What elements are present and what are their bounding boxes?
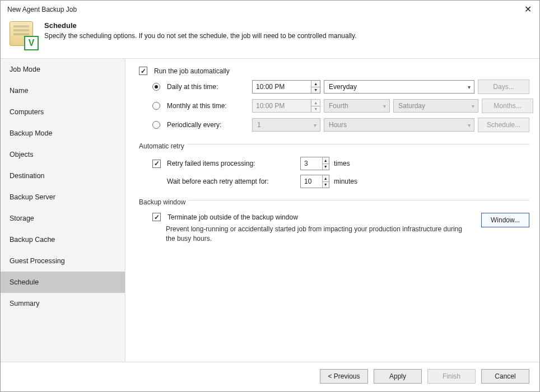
daily-day-select[interactable]: Everyday ▾ <box>324 80 474 94</box>
wait-unit: minutes <box>334 178 529 185</box>
sidebar-item-backup-cache[interactable]: Backup Cache <box>1 229 125 250</box>
spin-up-icon[interactable]: ▲ <box>323 157 329 164</box>
close-icon[interactable]: ✕ <box>522 4 534 15</box>
sidebar-item-destination[interactable]: Destination <box>1 165 125 186</box>
periodic-value: 1 <box>257 121 261 129</box>
monthly-time-value <box>253 100 311 112</box>
monthly-label: Monthly at this time: <box>167 102 249 110</box>
monthly-ordinal-value: Fourth <box>329 102 348 110</box>
automatic-retry-section: Automatic retry <box>139 142 184 150</box>
periodic-radio[interactable] <box>152 121 160 129</box>
sidebar-item-guest-processing[interactable]: Guest Processing <box>1 250 125 272</box>
monthly-ordinal-select[interactable]: Fourth ▾ <box>324 99 390 113</box>
monthly-weekday-value: Saturday <box>398 102 425 110</box>
chevron-down-icon: ▾ <box>468 84 471 90</box>
schedule-button[interactable]: Schedule... <box>478 118 529 132</box>
divider <box>188 144 529 144</box>
sidebar-item-schedule[interactable]: Schedule <box>1 272 125 293</box>
terminate-label: Terminate job outside of the backup wind… <box>167 213 298 221</box>
previous-button[interactable]: < Previous <box>320 369 368 384</box>
monthly-weekday-select[interactable]: Saturday ▾ <box>393 99 478 113</box>
backup-window-description: Prevent long-running or accidentally sta… <box>166 225 468 244</box>
wizard-footer: < Previous Apply Finish Cancel <box>1 362 539 391</box>
spin-up-icon[interactable]: ▲ <box>311 81 320 87</box>
periodic-unit-select[interactable]: Hours ▾ <box>324 118 474 132</box>
periodic-unit-value: Hours <box>329 121 347 129</box>
daily-radio[interactable] <box>152 83 160 91</box>
periodic-value-select[interactable]: 1 ▾ <box>252 118 320 132</box>
monthly-time-input[interactable]: ▲▼ <box>252 99 320 113</box>
window-title: New Agent Backup Job <box>7 6 522 13</box>
finish-button: Finish <box>427 369 476 384</box>
wizard-header: V Schedule Specify the scheduling option… <box>1 17 539 58</box>
spin-down-icon[interactable]: ▼ <box>323 182 329 188</box>
wizard-sidebar: Job Mode Name Computers Backup Mode Obje… <box>1 59 125 362</box>
sidebar-item-objects[interactable]: Objects <box>1 144 125 165</box>
daily-label: Daily at this time: <box>167 83 249 91</box>
monthly-radio[interactable] <box>152 102 160 110</box>
retry-unit: times <box>334 160 529 167</box>
sidebar-item-summary[interactable]: Summary <box>1 293 125 314</box>
days-button[interactable]: Days... <box>478 80 529 94</box>
terminate-checkbox[interactable] <box>152 213 161 221</box>
spin-up-icon: ▲ <box>311 100 320 106</box>
retry-label: Retry failed items processing: <box>167 160 297 167</box>
run-automatically-label: Run the job automatically <box>154 67 230 75</box>
chevron-down-icon: ▾ <box>314 122 316 128</box>
wait-minutes-input[interactable]: ▲▼ <box>300 175 329 188</box>
spin-up-icon[interactable]: ▲ <box>323 175 329 182</box>
sidebar-item-backup-server[interactable]: Backup Server <box>1 186 125 208</box>
chevron-down-icon: ▾ <box>472 103 474 109</box>
window-button[interactable]: Window... <box>481 213 529 227</box>
sidebar-item-job-mode[interactable]: Job Mode <box>1 59 125 80</box>
spin-down-icon: ▼ <box>311 106 320 113</box>
cancel-button[interactable]: Cancel <box>481 369 529 384</box>
spin-down-icon[interactable]: ▼ <box>323 164 329 170</box>
page-title: Schedule <box>44 21 356 30</box>
daily-time-value[interactable] <box>253 81 311 93</box>
page-subtitle: Specify the scheduling options. If you d… <box>44 32 356 40</box>
sidebar-item-backup-mode[interactable]: Backup Mode <box>1 123 125 144</box>
apply-button[interactable]: Apply <box>374 369 422 384</box>
retry-count-input[interactable]: ▲▼ <box>300 157 329 170</box>
sidebar-item-storage[interactable]: Storage <box>1 208 125 229</box>
spin-down-icon[interactable]: ▼ <box>311 87 320 94</box>
daily-time-input[interactable]: ▲▼ <box>252 80 320 94</box>
run-automatically-checkbox[interactable] <box>139 67 147 75</box>
backup-window-section: Backup window <box>139 198 185 206</box>
chevron-down-icon: ▾ <box>468 122 471 128</box>
divider <box>189 200 529 200</box>
daily-day-value: Everyday <box>329 83 357 91</box>
periodic-label: Periodically every: <box>167 121 249 129</box>
chevron-down-icon: ▾ <box>383 103 386 109</box>
sidebar-item-name[interactable]: Name <box>1 80 125 101</box>
wizard-icon: V <box>10 21 36 48</box>
sidebar-item-computers[interactable]: Computers <box>1 101 125 123</box>
months-button[interactable]: Months... <box>482 99 533 113</box>
retry-count-value[interactable] <box>301 157 322 170</box>
retry-checkbox[interactable] <box>152 160 161 168</box>
wait-label: Wait before each retry attempt for: <box>167 178 297 185</box>
wait-minutes-value[interactable] <box>301 175 322 188</box>
